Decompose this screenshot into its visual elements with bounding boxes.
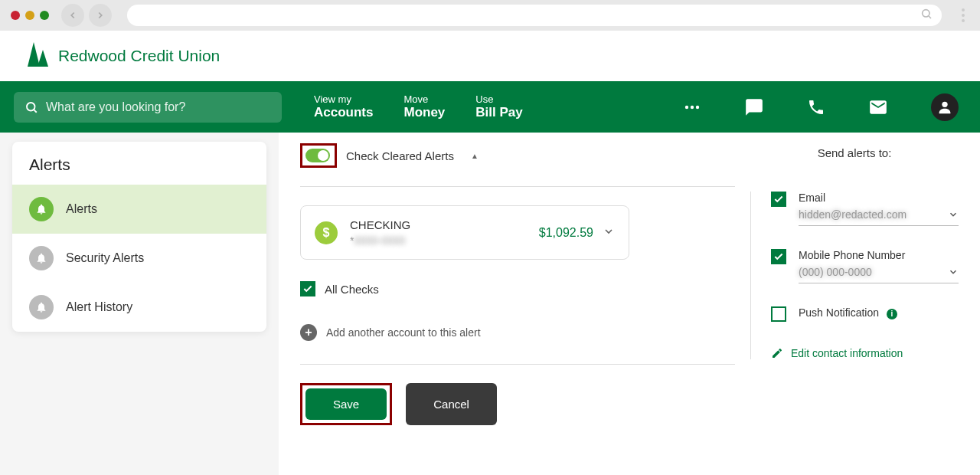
nav-items: View my Accounts Move Money Use Bill Pay <box>314 93 523 120</box>
email-value: hidden@redacted.com <box>799 208 906 221</box>
window-maximize-icon[interactable] <box>40 11 49 20</box>
chevron-down-icon <box>948 209 959 220</box>
profile-button[interactable] <box>931 93 959 121</box>
push-contact: Push Notification i <box>771 306 959 324</box>
email-dropdown[interactable]: hidden@redacted.com <box>799 208 959 226</box>
nav-billpay[interactable]: Use Bill Pay <box>475 93 522 120</box>
phone-value: (000) 000-0000 <box>799 266 872 278</box>
main-nav: View my Accounts Move Money Use Bill Pay <box>0 81 980 133</box>
account-name: CHECKING <box>350 218 539 231</box>
edit-contact-label: Edit contact information <box>791 347 903 359</box>
nav-accounts[interactable]: View my Accounts <box>314 93 373 120</box>
save-button[interactable]: Save <box>305 388 387 420</box>
svg-marker-2 <box>28 42 40 67</box>
alert-settings: Check Cleared Alerts ▲ $ CHECKING *0000-… <box>300 143 735 460</box>
phone-checkbox[interactable] <box>771 249 786 264</box>
url-bar[interactable] <box>127 5 942 26</box>
phone-contact: Mobile Phone Number (000) 000-0000 <box>771 249 959 283</box>
avatar-icon <box>931 93 959 121</box>
info-icon[interactable]: i <box>887 309 897 319</box>
back-button[interactable] <box>61 4 84 27</box>
traffic-lights <box>11 11 49 20</box>
all-checks-checkbox[interactable]: All Checks <box>300 281 735 296</box>
sidebar-item-alerts[interactable]: Alerts <box>12 185 266 234</box>
logo-icon <box>28 39 51 73</box>
email-contact: Email hidden@redacted.com <box>771 192 959 226</box>
push-label: Push Notification i <box>799 306 959 319</box>
add-account-button[interactable]: + Add another account to this alert <box>300 324 735 341</box>
browser-chrome <box>0 0 980 31</box>
mail-icon[interactable] <box>868 97 888 117</box>
phone-dropdown[interactable]: (000) 000-0000 <box>799 266 959 283</box>
checkbox-checked-icon <box>300 281 315 296</box>
checkbox-label: All Checks <box>325 283 379 296</box>
toggle-highlight <box>300 143 337 168</box>
nav-icons <box>683 93 966 121</box>
forward-button[interactable] <box>89 4 112 27</box>
svg-marker-3 <box>38 50 48 67</box>
dollar-icon: $ <box>315 221 338 244</box>
svg-point-6 <box>685 105 688 108</box>
logo-header: Redwood Credit Union <box>0 31 980 81</box>
svg-line-1 <box>929 16 931 18</box>
content-area: Alerts Alerts Security Alerts Alert Hist… <box>0 133 980 475</box>
chevron-up-icon[interactable]: ▲ <box>471 152 479 160</box>
account-balance: $1,092.59 <box>539 226 593 240</box>
nav-arrows <box>61 4 112 27</box>
sidebar-item-alert-history[interactable]: Alert History <box>12 283 266 332</box>
svg-point-0 <box>923 10 929 17</box>
search-icon <box>920 8 933 23</box>
window-minimize-icon[interactable] <box>25 11 34 20</box>
window-close-icon[interactable] <box>11 11 20 20</box>
phone-icon[interactable] <box>807 98 825 116</box>
chevron-down-icon <box>948 267 959 277</box>
sidebar-item-security-alerts[interactable]: Security Alerts <box>12 234 266 283</box>
save-highlight: Save <box>300 383 392 425</box>
sidebar-item-label: Alert History <box>66 300 132 314</box>
alert-toggle-row: Check Cleared Alerts ▲ <box>300 143 735 186</box>
svg-point-8 <box>696 105 699 108</box>
add-account-label: Add another account to this alert <box>326 326 481 339</box>
cancel-button[interactable]: Cancel <box>406 383 497 425</box>
bell-icon <box>29 246 54 270</box>
plus-icon: + <box>300 324 317 341</box>
search-input[interactable] <box>46 100 271 114</box>
email-checkbox[interactable] <box>771 192 786 207</box>
more-icon[interactable] <box>683 98 701 116</box>
phone-label: Mobile Phone Number <box>799 249 959 261</box>
nav-money[interactable]: Move Money <box>403 93 445 120</box>
chat-icon[interactable] <box>744 97 764 117</box>
sidebar: Alerts Alerts Security Alerts Alert Hist… <box>0 133 279 475</box>
edit-contact-link[interactable]: Edit contact information <box>771 347 959 359</box>
divider <box>300 364 735 365</box>
push-checkbox[interactable] <box>771 306 786 322</box>
button-row: Save Cancel <box>300 383 735 425</box>
svg-point-7 <box>691 105 694 108</box>
alert-toggle[interactable] <box>305 149 330 162</box>
svg-line-5 <box>34 110 36 112</box>
site-search[interactable] <box>14 92 282 123</box>
main-panel: Check Cleared Alerts ▲ $ CHECKING *0000-… <box>279 133 980 475</box>
bell-icon <box>29 295 54 319</box>
svg-point-4 <box>27 103 35 111</box>
email-label: Email <box>799 192 959 204</box>
divider <box>300 186 735 187</box>
sidebar-title: Alerts <box>12 142 266 185</box>
toggle-label: Check Cleared Alerts <box>346 149 454 162</box>
send-alerts-panel: Send alerts to: Email hidden@redacted.co… <box>750 143 959 460</box>
send-to-title: Send alerts to: <box>750 146 959 159</box>
account-info: CHECKING *0000-0000 <box>350 218 539 247</box>
search-icon <box>24 100 38 114</box>
sidebar-card: Alerts Alerts Security Alerts Alert Hist… <box>12 142 266 332</box>
pencil-icon <box>771 347 783 359</box>
chevron-down-icon <box>603 225 615 241</box>
browser-menu-icon[interactable] <box>957 8 969 22</box>
sidebar-item-label: Security Alerts <box>66 251 144 265</box>
account-selector[interactable]: $ CHECKING *0000-0000 $1,092.59 <box>300 205 629 260</box>
sidebar-item-label: Alerts <box>66 202 97 216</box>
brand-name: Redwood Credit Union <box>58 47 220 65</box>
account-mask: *0000-0000 <box>350 234 539 247</box>
bell-icon <box>29 197 54 221</box>
svg-point-9 <box>942 101 947 106</box>
